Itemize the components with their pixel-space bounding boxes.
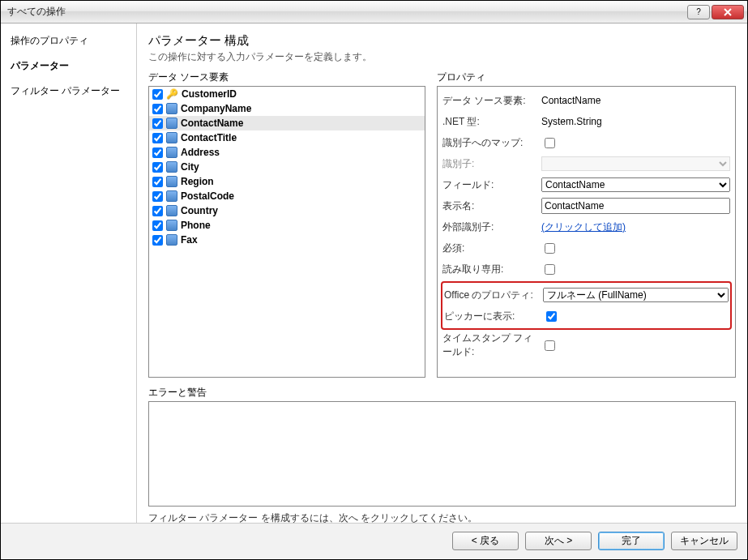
element-checkbox[interactable] <box>152 235 163 246</box>
page-subheading: この操作に対する入力パラメーターを定義します。 <box>148 50 736 64</box>
element-checkbox[interactable] <box>152 104 163 114</box>
key-icon: 🔑 <box>166 88 178 100</box>
close-button[interactable] <box>712 5 744 19</box>
element-row-fax[interactable]: Fax <box>149 233 425 247</box>
back-button[interactable]: < 戻る <box>452 532 519 550</box>
highlight-office-picker: Office のプロパティ: フルネーム (FullName) ピッカーに表示: <box>441 281 732 330</box>
main-panel: パラメーター 構成 この操作に対する入力パラメーターを定義します。 データ ソー… <box>137 24 747 523</box>
prop-value-net-type: System.String <box>541 116 730 127</box>
properties-label: プロパティ <box>437 71 736 84</box>
element-checkbox[interactable] <box>152 147 163 158</box>
nav-sidebar: 操作のプロパティ パラメーター フィルター パラメーター <box>1 24 137 523</box>
column-icon <box>166 190 177 202</box>
prop-label-map-to-identifier: 識別子へのマップ: <box>442 136 538 150</box>
cancel-button[interactable]: キャンセル <box>671 532 737 550</box>
select-identifier <box>541 156 730 171</box>
checkbox-required[interactable] <box>545 243 555 254</box>
element-checkbox[interactable] <box>152 220 163 231</box>
element-checkbox[interactable] <box>152 162 163 173</box>
checkbox-timestamp-field[interactable] <box>545 340 555 351</box>
column-icon <box>166 103 177 114</box>
prop-label-timestamp-field: タイムスタンプ フィールド: <box>442 331 538 359</box>
column-icon <box>166 147 177 158</box>
element-row-companyname[interactable]: CompanyName <box>149 101 425 116</box>
checkbox-read-only[interactable] <box>545 264 555 275</box>
next-button[interactable]: 次へ > <box>525 532 592 550</box>
column-icon <box>166 176 177 187</box>
window-title: すべての操作 <box>7 5 687 19</box>
properties-group: プロパティ データ ソース要素: ContactName .NET 型: Sys… <box>437 71 736 378</box>
link-external-identifier-add[interactable]: (クリックして追加) <box>541 221 626 233</box>
errors-list[interactable] <box>148 401 736 507</box>
element-name: Address <box>181 147 220 158</box>
element-row-postalcode[interactable]: PostalCode <box>149 189 425 203</box>
input-display-name[interactable] <box>541 198 730 214</box>
errors-label: エラーと警告 <box>148 386 736 400</box>
data-source-elements-list[interactable]: 🔑CustomerIDCompanyNameContactNameContact… <box>148 86 425 378</box>
prop-label-read-only: 読み取り専用: <box>442 263 538 276</box>
element-checkbox[interactable] <box>152 89 163 100</box>
close-icon <box>724 8 732 16</box>
titlebar: すべての操作 ? <box>1 1 747 24</box>
nav-item-filter-parameters[interactable]: フィルター パラメーター <box>1 80 136 102</box>
select-office-property[interactable]: フルネーム (FullName) <box>543 288 729 302</box>
element-name: CompanyName <box>181 103 251 114</box>
errors-group: エラーと警告 <box>148 386 736 507</box>
hint-text: フィルター パラメーター を構成するには、次へ をクリックしてください。 <box>148 511 736 525</box>
element-row-address[interactable]: Address <box>149 145 425 160</box>
finish-button[interactable]: 完了 <box>598 532 665 550</box>
element-name: PostalCode <box>181 190 234 202</box>
element-name: CustomerID <box>182 88 237 100</box>
footer: < 戻る 次へ > 完了 キャンセル <box>1 523 747 558</box>
data-source-elements-label: データ ソース要素 <box>148 71 425 84</box>
element-row-contacttitle[interactable]: ContactTitle <box>149 130 425 145</box>
data-source-elements-group: データ ソース要素 🔑CustomerIDCompanyNameContactN… <box>148 71 425 378</box>
element-row-region[interactable]: Region <box>149 174 425 189</box>
nav-item-operation-properties[interactable]: 操作のプロパティ <box>1 30 136 52</box>
prop-label-office-property: Office のプロパティ: <box>444 289 540 302</box>
prop-label-identifier: 識別子: <box>442 157 538 171</box>
column-icon <box>166 234 177 246</box>
prop-label-display-name: 表示名: <box>442 199 538 213</box>
prop-label-required: 必須: <box>442 242 538 255</box>
prop-value-data-source-element: ContactName <box>541 95 730 106</box>
element-row-contactname[interactable]: ContactName <box>149 116 425 130</box>
column-icon <box>166 205 177 216</box>
prop-label-field: フィールド: <box>442 178 538 192</box>
nav-item-parameters[interactable]: パラメーター <box>1 55 136 77</box>
element-name: Phone <box>181 220 211 231</box>
column-icon <box>166 161 177 173</box>
element-name: ContactTitle <box>181 132 237 143</box>
column-icon <box>166 118 177 129</box>
prop-label-net-type: .NET 型: <box>442 115 538 129</box>
element-row-customerid[interactable]: 🔑CustomerID <box>149 87 425 101</box>
element-checkbox[interactable] <box>152 133 163 143</box>
prop-label-data-source-element: データ ソース要素: <box>442 94 538 108</box>
element-row-phone[interactable]: Phone <box>149 218 425 233</box>
page-heading: パラメーター 構成 <box>148 33 736 49</box>
element-row-city[interactable]: City <box>149 160 425 174</box>
element-name: Country <box>181 205 218 216</box>
prop-label-external-identifier: 外部識別子: <box>442 220 538 234</box>
element-name: City <box>181 161 199 173</box>
element-row-country[interactable]: Country <box>149 203 425 218</box>
column-icon <box>166 220 177 231</box>
element-checkbox[interactable] <box>152 206 163 216</box>
prop-label-show-in-picker: ピッカーに表示: <box>444 310 540 323</box>
checkbox-show-in-picker[interactable] <box>546 311 557 322</box>
element-name: ContactName <box>181 118 243 129</box>
element-checkbox[interactable] <box>152 177 163 187</box>
select-field[interactable]: ContactName <box>541 177 730 192</box>
properties-frame: データ ソース要素: ContactName .NET 型: System.St… <box>437 86 736 378</box>
element-name: Fax <box>181 234 198 246</box>
element-checkbox[interactable] <box>152 118 163 129</box>
element-checkbox[interactable] <box>152 191 163 202</box>
element-name: Region <box>181 176 214 187</box>
help-button[interactable]: ? <box>687 5 710 19</box>
column-icon <box>166 132 177 143</box>
checkbox-map-to-identifier[interactable] <box>545 138 555 148</box>
